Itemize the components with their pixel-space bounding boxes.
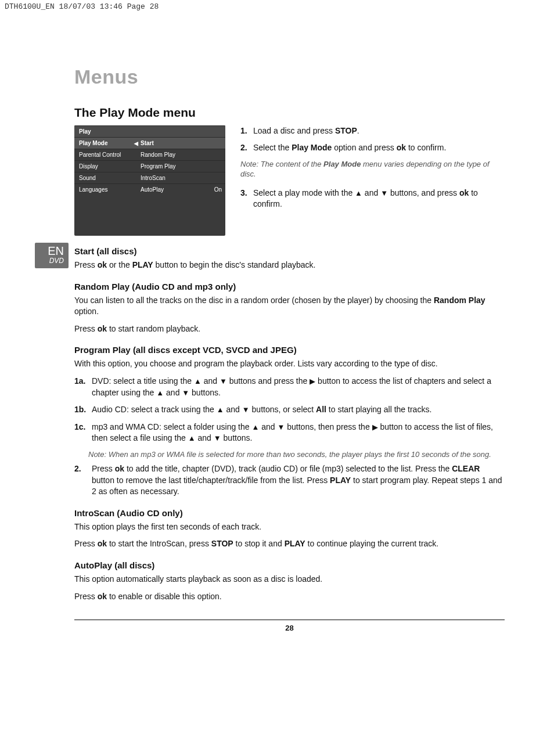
step-label: 1a. [74,376,92,398]
text: . [357,126,359,135]
step-3: 3. Select a play mode with the ▲ and ▼ b… [240,188,505,210]
down-icon: ▼ [220,377,227,385]
text: Press [74,539,98,548]
text: buttons. [221,433,253,442]
badge-dvd: DVD [39,257,64,265]
text-bold: Play Mode [323,160,361,168]
page-title: Menus [74,66,505,88]
step-number: 3. [240,188,253,210]
text-bold: PLAY [330,476,351,485]
text: You can listen to all the tracks on the … [74,296,434,305]
random-heading: Random Play (Audio CD and mp3 only) [74,282,505,291]
down-icon: ▼ [277,423,285,431]
program-p1: With this option, you choose and program… [74,358,505,370]
text: to start playing all the tracks. [326,405,431,414]
text: option and press [332,143,396,152]
autoplay-heading: AutoPlay (all discs) [74,560,505,570]
program-note: Note: When an mp3 or WMA file is selecte… [88,450,505,459]
footer-rule [74,620,505,620]
step-2: 2. Select the Play Mode option and press… [240,142,505,153]
text-bold: PLAY [132,260,153,269]
program-step-1a: 1a. DVD: select a title using the ▲ and … [74,376,505,398]
text: to enable or disable this option. [107,592,222,601]
text: to continue playing the current track. [305,539,439,548]
text: and [224,405,242,414]
text-bold: CLEAR [452,464,480,473]
text-bold: Play Mode [292,143,332,152]
text: and [259,422,277,431]
text: mp3 and WMA CD: select a folder using th… [92,422,251,431]
text: to confirm. [406,143,446,152]
menu-right-item: AutoPlay On [132,183,225,195]
print-header: DTH6100U_EN 18/07/03 13:46 Page 28 [0,0,554,13]
down-icon: ▼ [380,189,388,197]
text: buttons and press the [227,376,310,386]
menu-header: Play [74,125,132,137]
text-bold: ok [115,464,124,473]
menu-right-label: Start [141,140,154,146]
autoplay-p2: Press ok to enable or disable this optio… [74,591,505,603]
step-label: 2. [74,463,92,498]
text: Load a disc and press [253,126,335,135]
introscan-heading: IntroScan (Audio CD only) [74,508,505,518]
text: or the [107,260,132,269]
text: button to remove the last title/chapter/… [92,476,330,485]
text: buttons, and press [388,188,459,197]
text: Note: The content of the [240,160,323,168]
menu-right-item: Random Play [132,149,225,160]
up-icon: ▲ [188,434,196,442]
down-icon: ▼ [182,389,189,397]
menu-right-item: IntroScan [132,172,225,183]
text: Select a play mode with the [253,188,355,197]
text: and [202,376,220,386]
up-icon: ▲ [194,377,202,385]
intro-note: Note: The content of the Play Mode menu … [240,159,505,179]
start-heading: Start (all discs) [74,246,505,256]
text: to start the IntroScan, press [107,539,211,548]
right-icon: ▶ [310,377,315,385]
badge-en: EN [39,245,64,257]
text: button to begin the disc's standard play… [153,260,316,269]
step-1: 1. Load a disc and press STOP. [240,125,505,136]
page-content: Menus The Play Mode menu Play Play Mode … [0,13,554,656]
text: and [164,388,182,397]
text-bold: Random Play [434,296,485,305]
text-bold: PLAY [285,539,305,548]
text: and [196,433,214,442]
program-steps-2: 2. Press ok to add the title, chapter (D… [74,463,505,498]
menu-right-item: ◀ Start [132,137,225,149]
triangle-left-icon: ◀ [134,141,138,146]
program-step-1b: 1b. Audio CD: select a track using the ▲… [74,404,505,416]
menu-left-item: Parental Control [74,149,132,160]
menu-left-item: Play Mode [74,137,132,149]
menu-right-spacer [132,125,225,137]
text-bold: ok [98,324,107,333]
text-bold: STOP [211,539,233,548]
text: Select the [253,143,292,152]
intro-steps: 1. Load a disc and press STOP. 2. Select… [240,125,505,215]
up-icon: ▲ [355,189,362,197]
menu-left-item: Sound [74,172,132,183]
text: buttons. [189,388,221,397]
introscan-p2: Press ok to start the IntroScan, press S… [74,538,505,550]
text: DVD: select a title using the [92,376,194,386]
text: and [362,188,380,197]
program-steps: 1a. DVD: select a title using the ▲ and … [74,376,505,444]
text: buttons, then press the [285,422,372,431]
text-bold: ok [98,260,107,269]
random-p1: You can listen to all the tracks on the … [74,295,505,318]
introscan-p1: This option plays the first ten seconds … [74,521,505,533]
menu-screenshot: Play Play Mode Parental Control Display … [74,125,225,236]
text: Audio CD: select a track using the [92,405,217,414]
autoplay-state: On [214,186,222,193]
menu-left-item: Languages [74,183,132,195]
step-number: 1. [240,125,253,136]
text: option. [74,307,99,316]
text-bold: ok [98,539,107,548]
program-step-1c: 1c. mp3 and WMA CD: select a folder usin… [74,422,505,444]
up-icon: ▲ [156,389,164,397]
text-bold: ok [397,143,406,152]
text-bold: STOP [335,126,357,135]
start-para: Press ok or the PLAY button to begin the… [74,260,505,271]
language-badge: EN DVD [35,243,69,268]
